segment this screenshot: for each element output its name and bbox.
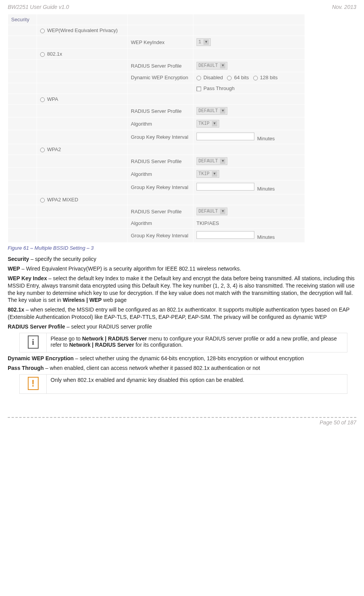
wep-desc: WEP – Wired Equivalent Privacy(WEP) is a… bbox=[8, 265, 356, 272]
radius-profile-select-3[interactable]: DEFAULT▼ bbox=[196, 157, 227, 165]
algorithm-label: Algorithm bbox=[128, 218, 193, 229]
wpa2-option[interactable]: WPA2 bbox=[37, 144, 128, 155]
group-key-label: Group Key Rekey Interval bbox=[128, 181, 193, 194]
chevron-down-icon: ▼ bbox=[203, 39, 209, 45]
warn-note: Only when 802.1x enabled and dynamic key… bbox=[19, 374, 347, 394]
chevron-down-icon: ▼ bbox=[212, 171, 217, 177]
radius-profile-label: RADIUS Server Profile bbox=[128, 155, 193, 168]
page-header: BW2251 User Guide v1.0 Nov. 2013 bbox=[8, 4, 356, 10]
radio-icon bbox=[40, 198, 45, 203]
chevron-down-icon: ▼ bbox=[220, 108, 225, 114]
info-note: Please go to Network | RADIUS Server men… bbox=[19, 333, 347, 352]
warning-icon bbox=[28, 377, 39, 390]
security-intro: Security – specify the security policy bbox=[8, 255, 356, 263]
dynamic-wep-options: Disabled 64 bits 128 bits bbox=[193, 72, 305, 83]
chevron-down-icon: ▼ bbox=[220, 63, 225, 68]
algorithm-label: Algorithm bbox=[128, 117, 193, 130]
chevron-down-icon: ▼ bbox=[212, 121, 217, 126]
info-icon bbox=[28, 335, 39, 349]
radius-profile-label: RADIUS Server Profile bbox=[128, 205, 193, 218]
radius-desc: RADIUS Server Profile – select your RADI… bbox=[8, 323, 356, 330]
passthrough-desc: Pass Through – when enabled, client can … bbox=[8, 364, 356, 372]
group-key-input-1[interactable] bbox=[196, 133, 254, 140]
info-note-text: Please go to Network | RADIUS Server men… bbox=[47, 333, 347, 352]
security-config-table: Security WEP(Wired Equivalent Privacy) W… bbox=[8, 14, 305, 243]
radio-icon[interactable] bbox=[196, 76, 201, 80]
security-row-label: Security bbox=[8, 14, 37, 25]
radius-profile-select-2[interactable]: DEFAULT▼ bbox=[196, 107, 227, 115]
8021x-desc: 802.1x – when selected, the MSSID entry … bbox=[8, 306, 356, 321]
radio-icon bbox=[40, 29, 45, 33]
wep-keyindex-label: WEP KeyIndex bbox=[128, 36, 193, 49]
warn-note-text: Only when 802.1x enabled and dynamic key… bbox=[47, 374, 347, 393]
checkbox-icon bbox=[196, 87, 201, 91]
8021x-option[interactable]: 802.1x bbox=[37, 49, 128, 60]
radio-icon[interactable] bbox=[227, 76, 232, 80]
radio-icon bbox=[40, 97, 45, 102]
pass-through-option[interactable]: Pass Through bbox=[193, 83, 305, 94]
group-key-input-3[interactable] bbox=[196, 231, 254, 239]
algorithm-label: Algorithm bbox=[128, 168, 193, 181]
group-key-label: Group Key Rekey Interval bbox=[128, 130, 193, 144]
radius-profile-label: RADIUS Server Profile bbox=[128, 60, 193, 72]
radio-icon[interactable] bbox=[253, 76, 258, 80]
algorithm-select-1[interactable]: TKIP▼ bbox=[196, 120, 219, 128]
doc-date: Nov. 2013 bbox=[332, 4, 356, 10]
chevron-down-icon: ▼ bbox=[220, 209, 225, 214]
group-key-input-2[interactable] bbox=[196, 183, 254, 191]
wpa-option[interactable]: WPA bbox=[37, 94, 128, 105]
wpa2mixed-option[interactable]: WPA2 MIXED bbox=[37, 194, 128, 205]
wep-option[interactable]: WEP(Wired Equivalent Privacy) bbox=[37, 25, 128, 36]
doc-title: BW2251 User Guide v1.0 bbox=[8, 4, 69, 10]
figure-caption: Figure 61 – Multiple BSSID Setting – 3 bbox=[8, 245, 356, 251]
group-key-label: Group Key Rekey Interval bbox=[128, 229, 193, 243]
wep-keyindex-select[interactable]: 1▼ bbox=[196, 38, 211, 46]
radius-profile-label: RADIUS Server Profile bbox=[128, 105, 193, 117]
dynwep-desc: Dynamic WEP Encryption – select whether … bbox=[8, 355, 356, 362]
radio-icon bbox=[40, 52, 45, 57]
page-footer: Page 50 of 187 bbox=[8, 417, 356, 426]
algorithm-select-2[interactable]: TKIP▼ bbox=[196, 170, 219, 178]
radius-profile-select-1[interactable]: DEFAULT▼ bbox=[196, 62, 227, 70]
chevron-down-icon: ▼ bbox=[220, 158, 225, 164]
dynamic-wep-label: Dynamic WEP Encryption bbox=[128, 72, 193, 83]
radio-icon bbox=[40, 148, 45, 152]
algorithm-value: TKIP/AES bbox=[193, 218, 305, 229]
radius-profile-select-4[interactable]: DEFAULT▼ bbox=[196, 208, 227, 215]
wepkeyindex-desc: WEP Key Index – select the default key I… bbox=[8, 275, 356, 304]
